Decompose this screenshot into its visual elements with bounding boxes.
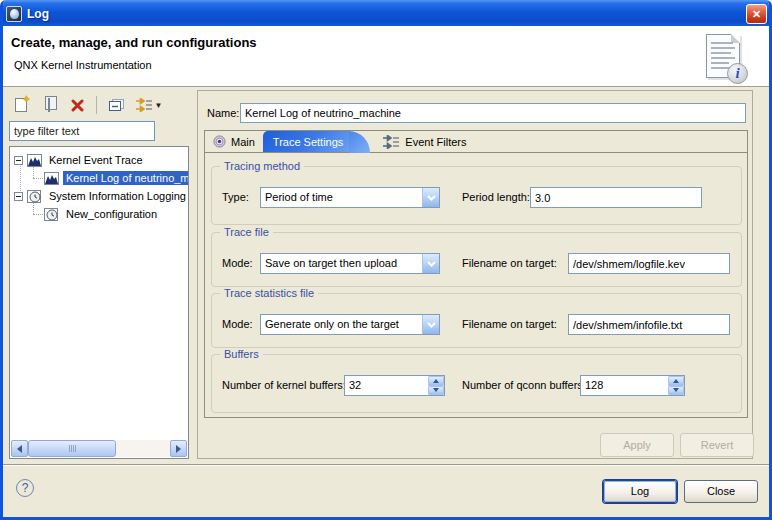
tree-item-kernel-event-trace[interactable]: Kernel Event Trace [14, 151, 188, 169]
duplicate-configuration-button[interactable] [38, 94, 60, 116]
kernel-buffers-spinner[interactable]: 32 [344, 375, 445, 396]
kernel-event-trace-icon [44, 172, 59, 185]
delete-configuration-button[interactable] [66, 94, 88, 116]
collapse-all-icon [109, 99, 124, 112]
info-badge-icon: i [727, 63, 748, 84]
name-input[interactable] [240, 103, 746, 123]
period-length-input[interactable] [530, 187, 702, 208]
name-label: Name: [207, 107, 239, 119]
tab-main[interactable]: Main [205, 131, 263, 152]
trace-file-group: Trace file Mode: Save on target then upl… [211, 232, 742, 287]
scrollbar-thumb[interactable] [28, 440, 116, 457]
system-information-logging-icon [27, 190, 42, 203]
tab-event-filters[interactable]: Event Filters [375, 131, 474, 152]
combo-dropdown-button[interactable] [422, 254, 439, 273]
trace-file-mode-value: Save on target then upload [261, 254, 422, 273]
trace-file-mode-combo[interactable]: Save on target then upload [260, 253, 440, 274]
toolbar-separator [96, 96, 97, 114]
configuration-panel: Name: Main Trace Settings [197, 90, 753, 459]
tab-trace-settings[interactable]: Trace Settings [263, 131, 350, 152]
help-button[interactable]: ? [16, 479, 34, 497]
mode-label: Mode: [222, 318, 253, 330]
titlebar[interactable]: Log ✕ [0, 0, 772, 27]
close-button[interactable]: Close [684, 480, 758, 503]
tree-item-system-information-logging[interactable]: System Information Logging [14, 187, 188, 205]
arrow-up-icon [673, 379, 679, 383]
kernel-event-trace-icon [27, 154, 42, 167]
apply-button[interactable]: Apply [600, 433, 674, 457]
tab-row: Main Trace Settings Event [205, 131, 747, 153]
spin-up-button[interactable] [428, 376, 444, 386]
filename-on-target-label: Filename on target: [462, 318, 557, 330]
collapse-expander-icon[interactable] [14, 156, 23, 165]
spin-down-button[interactable] [428, 386, 444, 396]
document-info-icon: i [704, 32, 748, 84]
event-filters-icon [383, 135, 400, 149]
type-label: Type: [222, 191, 249, 203]
collapse-all-button[interactable] [105, 94, 127, 116]
spin-up-button[interactable] [668, 376, 684, 386]
buffers-title: Buffers [220, 348, 263, 360]
scroll-right-icon [176, 445, 181, 453]
arrow-down-icon [433, 388, 439, 392]
filter-input[interactable] [9, 121, 155, 141]
statistics-filename-input[interactable] [568, 314, 730, 335]
tab-main-label: Main [231, 136, 255, 148]
combo-dropdown-button[interactable] [422, 188, 439, 207]
tree-item-new-configuration[interactable]: New_configuration [44, 205, 188, 223]
app-icon-glyph [10, 9, 19, 19]
scrollbar-track[interactable] [28, 440, 170, 457]
qconn-buffers-value: 128 [581, 376, 668, 395]
tree-item-label-selected: Kernel Log of neutrino_machine [63, 171, 188, 185]
log-button[interactable]: Log [603, 480, 677, 503]
window-title: Log [27, 7, 49, 21]
tracing-method-group: Tracing method Type: Period of time Peri… [211, 166, 742, 225]
tracing-type-combo[interactable]: Period of time [260, 187, 440, 208]
dialog-title: Create, manage, and run configurations [11, 35, 257, 50]
statistics-mode-value: Generate only on the target [261, 315, 422, 334]
trace-statistics-title: Trace statistics file [220, 287, 318, 299]
trace-file-title: Trace file [220, 226, 273, 238]
scroll-left-icon [17, 445, 22, 453]
chevron-down-icon [427, 261, 436, 267]
trace-statistics-group: Trace statistics file Mode: Generate onl… [211, 293, 742, 348]
kernel-buffers-value: 32 [345, 376, 428, 395]
tree-item-kernel-log[interactable]: Kernel Log of neutrino_machine [44, 169, 188, 187]
toolbar: ✦ [10, 93, 165, 117]
close-window-button[interactable]: ✕ [746, 4, 767, 24]
tab-event-filters-label: Event Filters [405, 136, 466, 148]
buffers-group: Buffers Number of kernel buffers: 32 Num… [211, 354, 742, 413]
chevron-down-icon [427, 322, 436, 328]
arrow-down-icon [673, 388, 679, 392]
revert-button[interactable]: Revert [680, 433, 754, 457]
qconn-buffers-spinner[interactable]: 128 [580, 375, 685, 396]
tree-horizontal-scrollbar[interactable] [11, 440, 187, 457]
spin-down-button[interactable] [668, 386, 684, 396]
combo-dropdown-button[interactable] [422, 315, 439, 334]
new-configuration-icon: ✦ [15, 98, 27, 112]
configurations-tree[interactable]: Kernel Event Trace Kernel Log of neutrin… [9, 146, 189, 459]
arrow-up-icon [433, 379, 439, 383]
statistics-mode-combo[interactable]: Generate only on the target [260, 314, 440, 335]
duplicate-icon [48, 99, 50, 111]
scroll-left-button[interactable] [11, 440, 28, 457]
qconn-buffers-label: Number of qconn buffers: [462, 379, 586, 391]
tracing-method-title: Tracing method [220, 160, 304, 172]
tree-item-label: System Information Logging [46, 189, 189, 203]
period-length-label: Period length: [462, 191, 530, 203]
dropdown-caret-icon: ▼ [155, 101, 163, 110]
new-configuration-button[interactable]: ✦ [10, 94, 32, 116]
log-dialog-window: Log ✕ Create, manage, and run configurat… [0, 0, 772, 520]
dialog-subtitle: QNX Kernel Instrumentation [14, 59, 152, 71]
collapse-expander-icon[interactable] [14, 192, 23, 201]
trace-filename-input[interactable] [568, 253, 730, 274]
delete-icon [71, 99, 84, 112]
tree-item-label: New_configuration [63, 207, 160, 221]
mode-label: Mode: [222, 257, 253, 269]
app-icon [6, 6, 22, 22]
dialog-header: Create, manage, and run configurations Q… [0, 26, 772, 87]
filter-icon [136, 98, 153, 112]
kernel-buffers-label: Number of kernel buffers: [222, 379, 346, 391]
scroll-right-button[interactable] [170, 440, 187, 457]
filter-menu-button[interactable]: ▼ [133, 94, 165, 116]
